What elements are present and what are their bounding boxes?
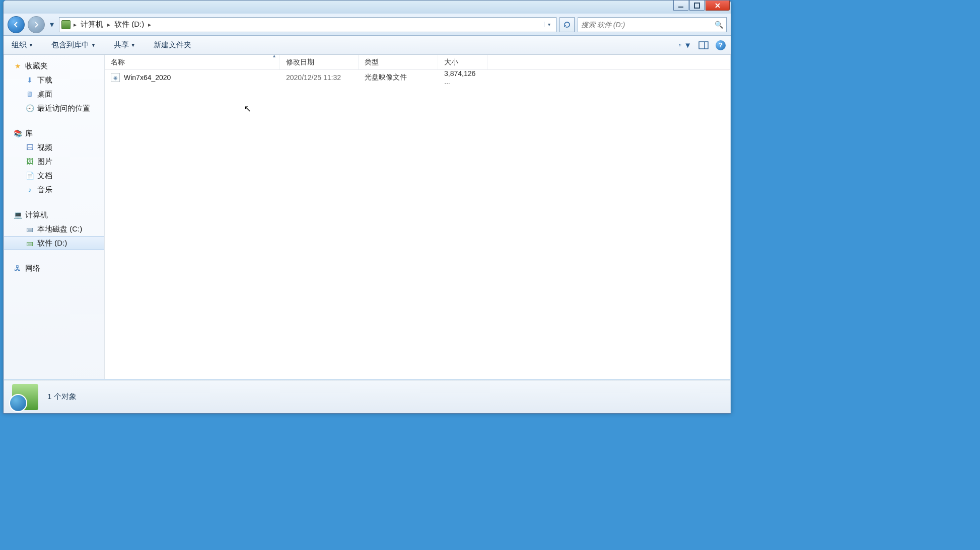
- music-icon: ♪: [25, 186, 34, 194]
- breadcrumb-computer[interactable]: 计算机: [80, 19, 104, 30]
- back-button[interactable]: [8, 16, 25, 33]
- new-folder-button[interactable]: 新建文件夹: [151, 38, 194, 52]
- svg-rect-1: [694, 3, 699, 8]
- sidebar-recent[interactable]: 🕘 最近访问的位置: [4, 101, 104, 115]
- forward-button[interactable]: [28, 16, 45, 33]
- explorer-window: ▾ ▸ 计算机 ▸ 软件 (D:) ▸ ▾ 🔍 组织▼ 包含到库中▼ 共享▼: [3, 0, 731, 414]
- command-bar: 组织▼ 包含到库中▼ 共享▼ 新建文件夹 ▼ ?: [4, 36, 731, 55]
- organize-menu[interactable]: 组织▼: [9, 38, 36, 52]
- search-icon: 🔍: [715, 21, 723, 29]
- network-icon: 🖧: [13, 264, 22, 272]
- breadcrumb-sep: ▸: [104, 21, 113, 28]
- file-list[interactable]: ◉ Win7x64_2020 2020/12/25 11:32 光盘映像文件 3…: [105, 70, 730, 379]
- file-type: 光盘映像文件: [359, 73, 438, 82]
- svg-rect-8: [699, 42, 708, 49]
- sidebar-item-label: 库: [25, 129, 33, 138]
- sidebar-item-label: 文档: [37, 171, 52, 181]
- drive-icon: 🖴: [25, 225, 34, 233]
- drive-icon: 🖴: [25, 239, 34, 247]
- column-headers: 名称 ▴ 修改日期 类型 大小: [105, 55, 730, 70]
- sidebar-pictures[interactable]: 🖼 图片: [4, 154, 104, 169]
- sidebar-item-label: 最近访问的位置: [37, 104, 90, 113]
- share-label: 共享: [114, 40, 129, 50]
- download-icon: ⬇: [25, 76, 34, 84]
- drive-icon: [61, 20, 71, 29]
- mouse-cursor-icon: ↖: [244, 103, 251, 114]
- computer-icon: 💻: [13, 211, 22, 219]
- history-dropdown[interactable]: ▾: [48, 20, 56, 29]
- include-menu[interactable]: 包含到库中▼: [48, 38, 99, 52]
- video-icon: 🎞: [25, 143, 34, 151]
- sort-indicator-icon: ▴: [273, 53, 275, 58]
- sidebar-item-label: 视频: [37, 143, 52, 152]
- star-icon: ★: [13, 62, 22, 70]
- sidebar-network[interactable]: 🖧 网络: [4, 261, 104, 275]
- maximize-button[interactable]: [689, 1, 705, 11]
- status-bar: 1 个对象: [4, 380, 730, 413]
- search-input[interactable]: [581, 21, 715, 29]
- document-icon: 📄: [25, 172, 34, 180]
- column-name[interactable]: 名称 ▴: [105, 55, 280, 69]
- svg-rect-4: [679, 45, 680, 45]
- close-button[interactable]: [706, 1, 730, 11]
- svg-rect-0: [678, 7, 683, 8]
- sidebar-favorites[interactable]: ★ 收藏夹: [4, 59, 104, 73]
- column-label: 类型: [365, 58, 379, 67]
- svg-rect-2: [679, 44, 680, 45]
- iso-file-icon: ◉: [111, 73, 120, 82]
- address-bar[interactable]: ▸ 计算机 ▸ 软件 (D:) ▸ ▾: [59, 17, 556, 32]
- svg-rect-6: [679, 46, 680, 46]
- sidebar-desktop[interactable]: 🖥 桌面: [4, 87, 104, 101]
- sidebar-item-label: 软件 (D:): [37, 239, 67, 248]
- sidebar-item-label: 音乐: [37, 185, 52, 195]
- sidebar-drive-d[interactable]: 🖴 软件 (D:): [4, 236, 104, 250]
- preview-pane-button[interactable]: [697, 40, 710, 51]
- search-box[interactable]: 🔍: [578, 17, 727, 32]
- minimize-button[interactable]: [673, 1, 688, 11]
- library-icon: 📚: [13, 129, 22, 137]
- address-dropdown[interactable]: ▾: [544, 22, 554, 27]
- new-folder-label: 新建文件夹: [154, 40, 191, 50]
- sidebar-item-label: 下载: [37, 75, 52, 85]
- sidebar-computer[interactable]: 💻 计算机: [4, 208, 104, 222]
- title-bar: [4, 1, 731, 14]
- sidebar-music[interactable]: ♪ 音乐: [4, 183, 104, 197]
- column-label: 名称: [111, 58, 125, 67]
- breadcrumb-sep: ▸: [145, 21, 154, 28]
- status-drive-icon: [12, 384, 38, 410]
- refresh-button[interactable]: [559, 17, 575, 32]
- column-type[interactable]: 类型: [359, 55, 438, 69]
- sidebar-item-label: 计算机: [25, 210, 48, 220]
- navigation-bar: ▾ ▸ 计算机 ▸ 软件 (D:) ▸ ▾ 🔍: [4, 14, 731, 36]
- recent-icon: 🕘: [25, 104, 34, 112]
- column-label: 修改日期: [286, 58, 314, 67]
- picture-icon: 🖼: [25, 158, 34, 166]
- file-row[interactable]: ◉ Win7x64_2020 2020/12/25 11:32 光盘映像文件 3…: [105, 70, 730, 85]
- sidebar-item-label: 图片: [37, 157, 52, 167]
- explorer-body: ★ 收藏夹 ⬇ 下载 🖥 桌面 🕘 最近访问的位置 📚: [4, 55, 730, 379]
- sidebar-libraries[interactable]: 📚 库: [4, 126, 104, 140]
- sidebar-item-label: 桌面: [37, 90, 52, 99]
- help-button[interactable]: ?: [716, 40, 726, 50]
- view-mode-button[interactable]: ▼: [679, 40, 691, 51]
- sidebar-item-label: 收藏夹: [25, 61, 48, 71]
- file-date: 2020/12/25 11:32: [280, 73, 359, 82]
- column-date[interactable]: 修改日期: [280, 55, 359, 69]
- include-label: 包含到库中: [51, 40, 89, 50]
- status-text: 1 个对象: [47, 392, 77, 402]
- sidebar-videos[interactable]: 🎞 视频: [4, 140, 104, 154]
- sidebar-documents[interactable]: 📄 文档: [4, 169, 104, 183]
- sidebar-downloads[interactable]: ⬇ 下载: [4, 73, 104, 87]
- column-size[interactable]: 大小: [438, 55, 487, 69]
- desktop-icon: 🖥: [25, 90, 34, 98]
- file-name: Win7x64_2020: [124, 73, 171, 82]
- sidebar-item-label: 网络: [25, 264, 40, 273]
- file-size: 3,874,126 ...: [438, 69, 487, 86]
- share-menu[interactable]: 共享▼: [111, 38, 138, 52]
- breadcrumb-drive[interactable]: 软件 (D:): [113, 19, 145, 30]
- organize-label: 组织: [12, 40, 27, 50]
- file-pane: 名称 ▴ 修改日期 类型 大小 ◉ Win7x64_2020: [105, 55, 730, 379]
- breadcrumb-sep: ▸: [71, 21, 80, 28]
- sidebar-item-label: 本地磁盘 (C:): [37, 224, 82, 234]
- sidebar-drive-c[interactable]: 🖴 本地磁盘 (C:): [4, 222, 104, 236]
